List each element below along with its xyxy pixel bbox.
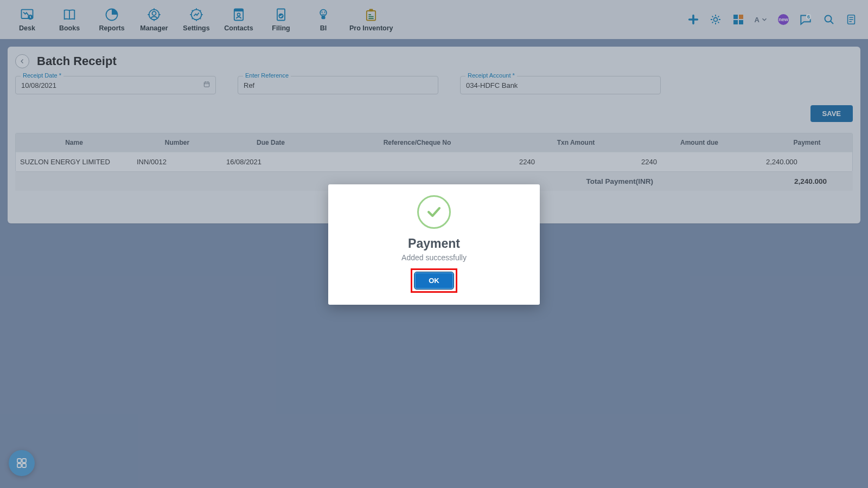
dialog-message: Added successfully bbox=[339, 253, 529, 262]
dialog-title: Payment bbox=[339, 236, 529, 251]
payment-dialog: Payment Added successfully OK bbox=[328, 184, 540, 305]
modal-overlay: Payment Added successfully OK bbox=[0, 0, 868, 488]
ok-highlight-box: OK bbox=[411, 268, 457, 293]
success-check-icon bbox=[417, 195, 451, 229]
ok-button[interactable]: OK bbox=[414, 272, 454, 289]
